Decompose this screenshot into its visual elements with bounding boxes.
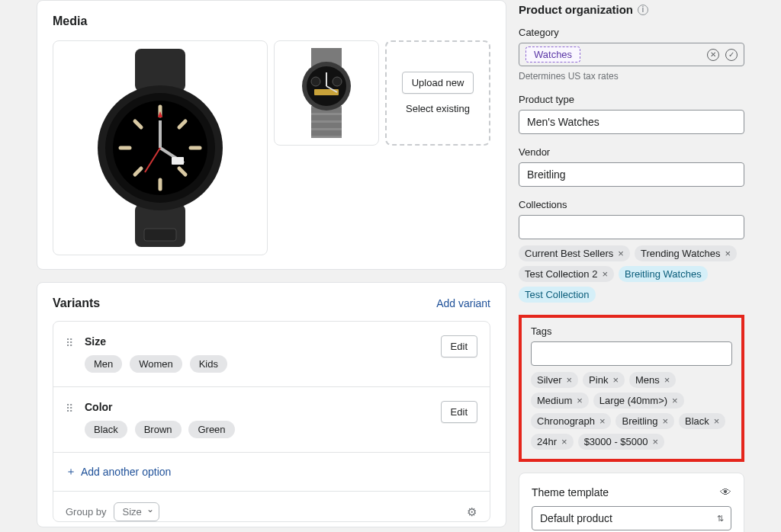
product-type-input[interactable] [519, 110, 744, 134]
product-organization-title: Product organization i [519, 3, 744, 16]
confirm-category-icon[interactable]: ✓ [725, 49, 738, 61]
product-type-label: Product type [519, 94, 744, 105]
settings-icon[interactable]: ⚙ [465, 506, 477, 518]
svg-rect-18 [172, 157, 184, 165]
collections-chip-row: Current Best Sellers× Trending Watches× … [519, 245, 744, 303]
media-title: Media [53, 14, 490, 28]
vendor-label: Vendor [519, 146, 744, 158]
remove-chip-icon[interactable]: × [714, 416, 720, 426]
tag-chip[interactable]: Breitling× [615, 413, 674, 429]
collections-field: Collections Current Best Sellers× Trendi… [519, 199, 744, 303]
variant-value: Men [85, 355, 122, 373]
remove-chip-icon[interactable]: × [664, 375, 670, 385]
category-help-text: Determines US tax rates [519, 71, 744, 82]
media-image-secondary[interactable] [274, 40, 379, 146]
variant-option-size: ⠿ Size Men Women Kids Edit [53, 322, 490, 387]
tag-chip[interactable]: 24hr× [531, 434, 574, 450]
category-field: Category Watches ✕ ✓ Determines US tax r… [519, 27, 744, 82]
drag-handle-icon[interactable]: ⠿ [66, 337, 74, 349]
variant-options-group: ⠿ Size Men Women Kids Edit ⠿ Color [53, 321, 490, 522]
select-existing-link[interactable]: Select existing [406, 103, 470, 114]
group-by-select[interactable]: Size [114, 502, 159, 521]
tags-highlight-box: Tags Silver× Pink× Mens× Medium× Large (… [519, 315, 744, 462]
media-dropzone[interactable]: Upload new Select existing [385, 40, 490, 146]
tags-label: Tags [531, 325, 732, 337]
variant-option-name: Size [85, 335, 430, 348]
media-image-primary[interactable] [53, 40, 268, 255]
remove-chip-icon[interactable]: × [561, 437, 567, 447]
edit-variant-button[interactable]: Edit [441, 335, 477, 357]
tag-chip[interactable]: Mens× [629, 372, 676, 388]
vendor-input[interactable] [519, 162, 744, 187]
add-option-link[interactable]: ＋ Add another option [53, 453, 490, 492]
vendor-field: Vendor [519, 146, 744, 187]
variant-option-name: Color [85, 401, 430, 413]
tags-chip-row: Silver× Pink× Mens× Medium× Large (40mm>… [531, 372, 732, 450]
add-variant-link[interactable]: Add variant [436, 297, 490, 309]
tag-chip[interactable]: Large (40mm>)× [593, 393, 684, 409]
edit-variant-button[interactable]: Edit [441, 401, 477, 423]
tag-chip[interactable]: Black× [679, 413, 725, 429]
plus-icon: ＋ [66, 465, 76, 479]
variant-option-color: ⠿ Color Black Brown Green Edit [53, 387, 490, 453]
remove-chip-icon[interactable]: × [652, 437, 658, 447]
remove-chip-icon[interactable]: × [725, 248, 731, 258]
svg-rect-22 [311, 115, 342, 120]
category-chip[interactable]: Watches [525, 46, 580, 62]
category-label: Category [519, 27, 744, 38]
media-card: Media [37, 0, 506, 270]
variants-title: Variants [53, 296, 100, 310]
variants-footer: Group by Size ⚙ [53, 492, 490, 521]
upload-new-button[interactable]: Upload new [402, 72, 474, 94]
remove-chip-icon[interactable]: × [612, 375, 619, 385]
collection-chip[interactable]: Test Collection [519, 287, 596, 303]
collection-chip[interactable]: Trending Watches× [635, 245, 737, 261]
variant-value: Green [188, 421, 234, 438]
collections-input[interactable] [519, 215, 744, 239]
remove-chip-icon[interactable]: × [618, 248, 624, 258]
svg-rect-24 [311, 130, 342, 136]
collection-chip[interactable]: Breitling Watches [619, 266, 708, 282]
tag-chip[interactable]: Pink× [583, 372, 625, 388]
preview-icon[interactable]: 👁 [720, 486, 731, 498]
tag-chip[interactable]: Chronograph× [531, 413, 611, 429]
tag-chip[interactable]: $3000 - $5000× [578, 434, 664, 450]
variant-value: Women [130, 355, 182, 373]
category-input[interactable]: Watches ✕ ✓ [519, 43, 744, 66]
theme-template-select[interactable]: Default product [532, 506, 731, 530]
tag-chip[interactable]: Medium× [531, 393, 589, 409]
theme-template-card: Theme template 👁 Default product [519, 473, 744, 532]
tags-input[interactable] [531, 341, 732, 366]
svg-rect-0 [135, 49, 185, 91]
remove-chip-icon[interactable]: × [602, 269, 608, 279]
remove-chip-icon[interactable]: × [567, 375, 573, 385]
drag-handle-icon[interactable]: ⠿ [66, 402, 74, 415]
theme-template-label: Theme template [532, 486, 609, 498]
collection-chip[interactable]: Test Collection 2× [519, 266, 614, 282]
clear-category-icon[interactable]: ✕ [707, 49, 719, 61]
svg-point-29 [333, 77, 342, 86]
svg-rect-27 [314, 89, 339, 95]
remove-chip-icon[interactable]: × [662, 416, 668, 426]
remove-chip-icon[interactable]: × [672, 396, 678, 405]
tag-chip[interactable]: Silver× [531, 372, 578, 388]
group-by-label: Group by [66, 506, 106, 518]
remove-chip-icon[interactable]: × [599, 416, 606, 426]
collection-chip[interactable]: Current Best Sellers× [519, 245, 630, 261]
variants-card: Variants Add variant ⠿ Size Men Women Ki… [37, 282, 506, 527]
info-icon[interactable]: i [638, 5, 648, 15]
collections-label: Collections [519, 199, 744, 210]
remove-chip-icon[interactable]: × [577, 396, 583, 405]
variant-value: Kids [190, 355, 227, 373]
product-type-field: Product type [519, 94, 744, 134]
svg-rect-23 [311, 123, 342, 128]
svg-point-28 [311, 77, 320, 86]
variant-value: Brown [135, 421, 182, 438]
svg-rect-2 [144, 229, 176, 241]
variant-value: Black [85, 421, 127, 438]
